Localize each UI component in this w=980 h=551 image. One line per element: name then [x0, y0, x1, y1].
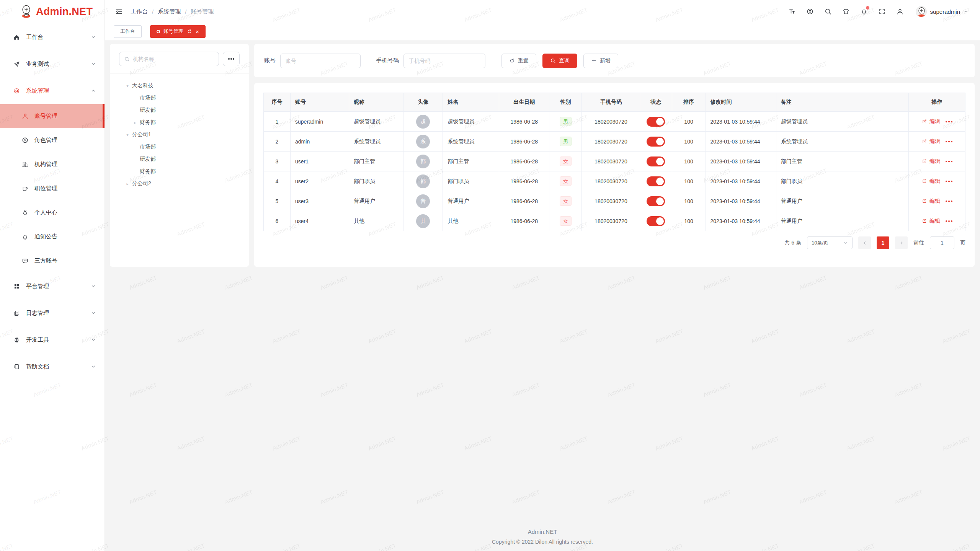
- sidebar-item-11[interactable]: 平台管理: [0, 273, 105, 300]
- theme-icon[interactable]: [842, 8, 850, 15]
- watermark-text: Admin.NET: [894, 489, 924, 505]
- status-toggle[interactable]: [647, 216, 665, 226]
- cell-operations: 编辑: [908, 152, 965, 171]
- breadcrumb-item[interactable]: 系统管理: [158, 8, 181, 15]
- goto-label: 前往: [913, 240, 924, 246]
- more-actions-button[interactable]: [946, 220, 952, 222]
- tree-node-1[interactable]: ▾大名科技: [119, 80, 240, 92]
- status-toggle[interactable]: [647, 117, 665, 127]
- more-actions-button[interactable]: [946, 121, 952, 122]
- watermark-text: Admin.NET: [559, 328, 589, 344]
- cell-sort: 100: [672, 211, 706, 231]
- goto-page-input[interactable]: [930, 236, 954, 249]
- tree-caret-down-icon[interactable]: ▾: [123, 84, 132, 88]
- sidebar-item-8[interactable]: 个人中心: [0, 201, 105, 225]
- edit-button[interactable]: 编辑: [921, 218, 940, 225]
- notification-bell-icon[interactable]: [860, 8, 868, 15]
- edit-button[interactable]: 编辑: [921, 158, 940, 165]
- query-button[interactable]: 查询: [542, 54, 577, 68]
- sidebar-item-10[interactable]: 三方账号: [0, 249, 105, 273]
- sidebar-item-13[interactable]: 开发工具: [0, 326, 105, 353]
- tree-node-5[interactable]: ▾分公司1: [119, 129, 240, 141]
- tab-refresh-icon[interactable]: [187, 29, 192, 34]
- sidebar-item-6[interactable]: 机构管理: [0, 152, 105, 176]
- sidebar-item-4[interactable]: 账号管理: [0, 104, 105, 128]
- sidebar-item-3[interactable]: 系统管理: [0, 77, 105, 104]
- tree-node-label: 财务部: [140, 168, 156, 175]
- org-more-button[interactable]: [223, 52, 240, 66]
- more-actions-button[interactable]: [946, 201, 952, 202]
- tree-caret-down-icon[interactable]: ▾: [123, 133, 132, 137]
- watermark-text: Admin.NET: [128, 489, 158, 505]
- sidebar-item-7[interactable]: 职位管理: [0, 176, 105, 201]
- edit-button[interactable]: 编辑: [921, 178, 940, 185]
- font-size-icon[interactable]: [788, 8, 796, 15]
- cell-sort: 100: [672, 132, 706, 152]
- prev-page-button[interactable]: [858, 236, 871, 249]
- breadcrumb-item-current: 账号管理: [191, 8, 214, 15]
- watermark-text: Admin.NET: [702, 381, 732, 398]
- watermark-text: Admin.NET: [702, 274, 732, 291]
- footer: Admin.NET Copyright © 2022 Dilon All rig…: [105, 528, 980, 545]
- sidebar-item-label: 日志管理: [26, 310, 91, 317]
- tab-1[interactable]: 工作台: [114, 25, 142, 38]
- tree-node-6[interactable]: 市场部: [119, 141, 240, 153]
- menu-fold-icon[interactable]: [115, 8, 123, 16]
- cell-avatar: 普: [403, 191, 443, 211]
- user-outline-icon[interactable]: [896, 8, 904, 15]
- status-toggle[interactable]: [647, 176, 665, 186]
- table-row: 2admin系统管理员系系统管理员1986-06-28男180200307201…: [264, 132, 965, 152]
- column-header: 姓名: [443, 93, 499, 112]
- account-input[interactable]: [280, 54, 361, 68]
- edit-button[interactable]: 编辑: [921, 138, 940, 145]
- breadcrumb-item[interactable]: 工作台: [131, 8, 148, 15]
- sidebar-item-9[interactable]: 通知公告: [0, 225, 105, 249]
- breadcrumb-separator: /: [152, 8, 154, 15]
- status-toggle[interactable]: [647, 156, 665, 166]
- sidebar-item-12[interactable]: 日志管理: [0, 300, 105, 326]
- watermark-text: Admin.NET: [320, 274, 350, 291]
- sidebar-item-2[interactable]: 业务测试: [0, 51, 105, 77]
- sidebar-item-5[interactable]: 角色管理: [0, 128, 105, 152]
- current-page-button[interactable]: 1: [877, 236, 889, 249]
- sidebar-item-1[interactable]: 工作台: [0, 24, 105, 51]
- tab-close-icon[interactable]: ×: [196, 29, 199, 34]
- tree-node-2[interactable]: 市场部: [119, 92, 240, 104]
- edit-button[interactable]: 编辑: [921, 198, 940, 205]
- tree-node-8[interactable]: 财务部: [119, 165, 240, 178]
- status-toggle[interactable]: [647, 196, 665, 206]
- tab-2[interactable]: 账号管理×: [150, 25, 206, 38]
- cell-nickname: 普通用户: [349, 191, 403, 211]
- chevron-down-icon: [91, 34, 96, 40]
- more-actions-button[interactable]: [946, 181, 952, 182]
- phone-input[interactable]: [403, 54, 485, 68]
- fullscreen-icon[interactable]: [878, 8, 886, 15]
- tree-node-label: 大名科技: [132, 82, 154, 89]
- more-actions-button[interactable]: [946, 141, 952, 142]
- page-size-select[interactable]: 10条/页: [807, 236, 853, 249]
- cell-modified-time: 2023-01-03 10:59:44: [706, 112, 776, 132]
- tree-node-3[interactable]: 研发部: [119, 104, 240, 116]
- add-button[interactable]: 新增: [583, 54, 618, 68]
- sidebar-item-label: 职位管理: [34, 185, 96, 192]
- tree-caret-right-icon[interactable]: ▸: [131, 121, 140, 125]
- reset-button[interactable]: 重置: [501, 54, 536, 68]
- tree-node-4[interactable]: ▸财务部: [119, 116, 240, 129]
- watermark-text: Admin.NET: [272, 435, 302, 452]
- tree-node-9[interactable]: ▸分公司2: [119, 178, 240, 190]
- org-search-input[interactable]: [133, 56, 214, 62]
- sidebar-item-14[interactable]: 帮助文档: [0, 353, 105, 380]
- more-actions-button[interactable]: [946, 161, 952, 162]
- cell-account: user3: [291, 191, 349, 211]
- next-page-button[interactable]: [895, 236, 908, 249]
- language-icon[interactable]: [806, 8, 814, 15]
- app-logo[interactable]: Admin.NET: [0, 0, 105, 23]
- status-toggle[interactable]: [647, 137, 665, 147]
- user-menu[interactable]: superadmin: [916, 6, 969, 17]
- search-icon[interactable]: [824, 8, 832, 15]
- tree-caret-right-icon[interactable]: ▸: [123, 182, 132, 186]
- cell-sort: 100: [672, 152, 706, 171]
- column-header: 性别: [549, 93, 582, 112]
- tree-node-7[interactable]: 研发部: [119, 153, 240, 165]
- edit-button[interactable]: 编辑: [921, 118, 940, 125]
